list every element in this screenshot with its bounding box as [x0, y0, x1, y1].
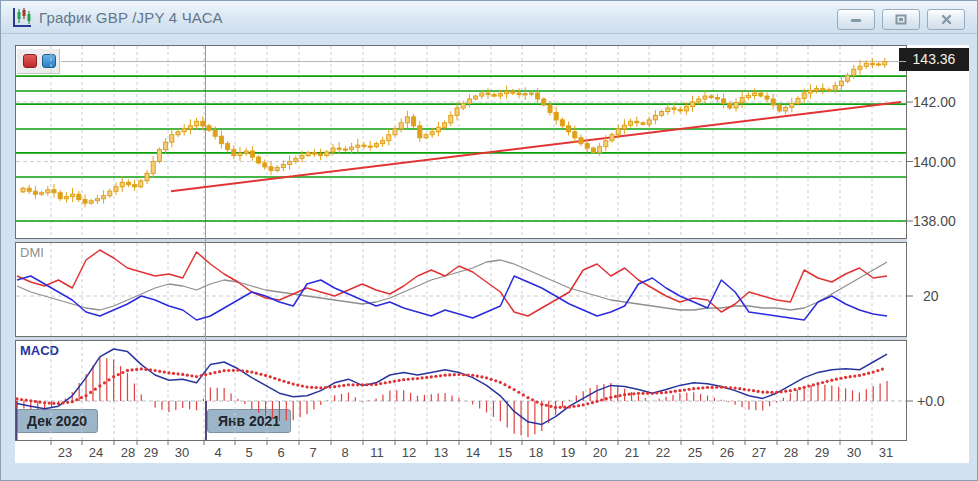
- time-tick-label: 27: [752, 445, 766, 460]
- close-button[interactable]: [927, 9, 965, 30]
- time-tick-label: 19: [561, 445, 575, 460]
- macd-pane-label: MACD: [20, 343, 59, 358]
- price-tick-138: 138.00: [913, 213, 956, 229]
- price-tick-142: 142.00: [913, 94, 956, 110]
- blue-tool-button[interactable]: [42, 54, 56, 68]
- time-tick-label: 29: [144, 445, 158, 460]
- dmi-pane-label: DMI: [20, 245, 44, 260]
- time-tick-label: 22: [656, 445, 670, 460]
- time-tick-label: 12: [402, 445, 416, 460]
- price-tick-140: 140.00: [913, 154, 956, 170]
- candlestick-chart-icon: [11, 7, 33, 29]
- time-tick-label: 30: [175, 445, 189, 460]
- time-tick-label: 11: [370, 445, 384, 460]
- time-tick-label: 13: [434, 445, 448, 460]
- time-tick-label: 8: [341, 445, 348, 460]
- window-controls: [837, 9, 965, 30]
- month-box-jan2021[interactable]: Янв 2021: [207, 409, 291, 433]
- chart-toolbar: [17, 49, 60, 74]
- time-tick-label: 14: [466, 445, 480, 460]
- time-tick-label: 23: [58, 445, 72, 460]
- price-panel[interactable]: [15, 45, 907, 239]
- time-tick-label: 18: [529, 445, 543, 460]
- macd-tick-0: +0.0: [917, 393, 945, 409]
- time-tick-label: 25: [688, 445, 702, 460]
- time-tick-label: 21: [625, 445, 639, 460]
- time-tick-label: 31: [879, 445, 893, 460]
- current-price-badge: 143.36: [899, 48, 969, 71]
- macd-panel[interactable]: [15, 340, 907, 441]
- dmi-panel[interactable]: [15, 242, 907, 337]
- chart-window: График GBP /JPY 4 ЧАСА 143.36 142.00: [0, 0, 978, 481]
- close-icon: [941, 14, 952, 25]
- red-tool-button[interactable]: [23, 54, 37, 68]
- time-tick-label: 28: [121, 445, 135, 460]
- time-tick-label: 20: [593, 445, 607, 460]
- maximize-button[interactable]: [882, 9, 920, 30]
- minimize-icon: [850, 15, 862, 25]
- time-tick-label: 7: [309, 445, 316, 460]
- minimize-button[interactable]: [837, 9, 875, 30]
- chart-client-area: 143.36 142.00 140.00 138.00 20 +0.0 DMI …: [15, 45, 969, 463]
- time-tick-label: 24: [89, 445, 103, 460]
- time-tick-label: 29: [815, 445, 829, 460]
- time-tick-label: 15: [498, 445, 512, 460]
- restore-icon: [895, 14, 907, 25]
- month-box-dec2020[interactable]: Дек 2020: [16, 409, 98, 433]
- time-axis: 2324282930456781112131415181920212225262…: [15, 445, 925, 461]
- time-tick-label: 4: [214, 445, 221, 460]
- time-tick-label: 6: [277, 445, 284, 460]
- time-tick-label: 30: [847, 445, 861, 460]
- time-tick-label: 26: [720, 445, 734, 460]
- time-tick-label: 28: [784, 445, 798, 460]
- dmi-tick-20: 20: [923, 288, 939, 304]
- titlebar: График GBP /JPY 4 ЧАСА: [1, 1, 977, 34]
- time-tick-label: 5: [245, 445, 252, 460]
- window-title: График GBP /JPY 4 ЧАСА: [39, 9, 223, 26]
